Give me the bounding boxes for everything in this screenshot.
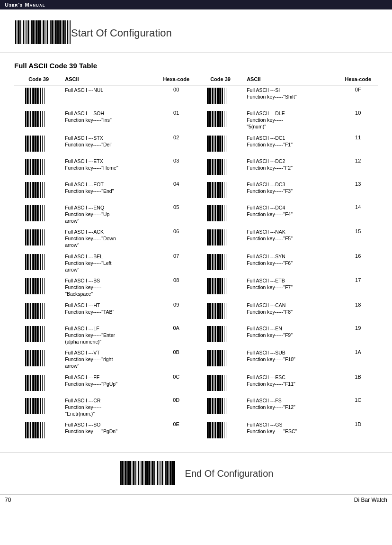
svg-rect-285 [30, 326, 31, 342]
svg-rect-216 [35, 254, 36, 270]
svg-rect-67 [27, 111, 28, 127]
svg-rect-340 [42, 375, 43, 391]
svg-rect-190 [32, 229, 33, 245]
svg-rect-439 [169, 461, 169, 485]
svg-rect-242 [38, 278, 39, 294]
svg-rect-62 [220, 88, 221, 104]
svg-rect-373 [218, 398, 220, 414]
svg-rect-403 [121, 461, 122, 485]
svg-rect-151 [208, 182, 210, 198]
svg-rect-386 [38, 422, 39, 438]
svg-rect-267 [40, 303, 41, 319]
left-ascii-cell: Full ASCII ---NUL [63, 85, 156, 108]
left-barcode-cell [14, 227, 63, 250]
svg-rect-39 [67, 20, 68, 44]
svg-rect-97 [36, 136, 38, 152]
svg-rect-93 [30, 136, 31, 152]
svg-rect-353 [226, 375, 226, 391]
svg-rect-37 [64, 20, 65, 44]
svg-rect-205 [218, 229, 220, 245]
svg-rect-406 [125, 461, 126, 485]
svg-rect-91 [27, 136, 28, 152]
left-hex-cell: 0A [157, 324, 196, 347]
svg-rect-280 [224, 303, 224, 319]
svg-rect-28 [52, 20, 53, 44]
svg-rect-139 [27, 182, 28, 198]
svg-rect-426 [151, 461, 153, 485]
svg-rect-115 [27, 159, 28, 175]
svg-rect-129 [212, 159, 213, 175]
svg-rect-394 [214, 422, 214, 438]
svg-rect-192 [35, 229, 36, 245]
svg-rect-52 [42, 88, 43, 104]
footer-bar: 70 Di Bar Watch [0, 494, 392, 505]
svg-rect-109 [218, 136, 220, 152]
svg-rect-187 [27, 229, 28, 245]
svg-rect-94 [32, 136, 33, 152]
svg-rect-290 [38, 326, 39, 342]
right-hex-cell: 15 [338, 227, 378, 250]
svg-rect-152 [210, 182, 211, 198]
right-hex-cell: 11 [338, 133, 378, 155]
svg-rect-142 [32, 182, 33, 198]
svg-rect-170 [38, 205, 39, 221]
svg-rect-83 [215, 111, 216, 127]
svg-rect-79 [208, 111, 210, 127]
svg-rect-185 [226, 205, 226, 221]
left-hex-cell: 04 [157, 180, 196, 201]
table-row: Full ASCII ---ACK Function key-----"Down… [14, 227, 378, 250]
svg-rect-44 [28, 88, 29, 104]
col-ascii: ASCII [63, 74, 156, 85]
svg-rect-273 [212, 303, 213, 319]
svg-rect-35 [62, 20, 62, 44]
svg-rect-292 [42, 326, 43, 342]
svg-rect-74 [38, 111, 39, 127]
svg-rect-204 [217, 229, 218, 245]
right-hex-cell: 16 [338, 252, 378, 275]
svg-rect-434 [162, 461, 163, 485]
svg-rect-218 [38, 254, 39, 270]
svg-rect-435 [164, 461, 164, 485]
svg-rect-325 [218, 350, 220, 366]
svg-rect-11 [30, 20, 30, 44]
right-ascii-cell: Full ASCII ---EN Function key-----"F9" [245, 324, 338, 347]
svg-rect-196 [42, 229, 43, 245]
left-ascii-cell: Full ASCII ---SO Function key-----"PgDn" [63, 420, 156, 442]
table-row: Full ASCII ---VT Function key-----"right… [14, 348, 378, 371]
right-hex-cell: 1D [338, 420, 378, 442]
col-ascii-2: ASCII [245, 74, 338, 85]
right-ascii-cell: Full ASCII ---ESC Function key-----"F11" [245, 372, 338, 394]
svg-rect-212 [28, 254, 29, 270]
svg-rect-171 [40, 205, 41, 221]
svg-rect-102 [207, 136, 208, 152]
svg-rect-396 [217, 422, 218, 438]
svg-rect-226 [214, 254, 214, 270]
svg-rect-268 [42, 303, 43, 319]
svg-rect-140 [28, 182, 29, 198]
svg-rect-343 [208, 375, 210, 391]
svg-rect-239 [33, 278, 35, 294]
svg-rect-397 [218, 422, 220, 438]
svg-rect-331 [27, 375, 28, 391]
svg-rect-86 [220, 111, 221, 127]
svg-rect-72 [35, 111, 36, 127]
svg-rect-258 [25, 303, 26, 319]
svg-rect-29 [54, 20, 54, 44]
svg-rect-25 [49, 20, 49, 44]
svg-rect-4 [20, 20, 21, 44]
svg-rect-73 [36, 111, 38, 127]
svg-rect-193 [36, 229, 38, 245]
svg-rect-438 [167, 461, 169, 485]
svg-rect-63 [222, 88, 223, 104]
svg-rect-110 [220, 136, 221, 152]
svg-rect-146 [38, 182, 39, 198]
svg-rect-7 [25, 20, 25, 44]
svg-rect-0 [15, 20, 16, 44]
svg-rect-381 [30, 422, 31, 438]
svg-rect-388 [42, 422, 43, 438]
svg-rect-263 [33, 303, 35, 319]
right-barcode-cell [196, 348, 245, 371]
svg-rect-269 [44, 303, 45, 319]
svg-rect-17 [37, 20, 39, 44]
svg-rect-422 [146, 461, 147, 485]
